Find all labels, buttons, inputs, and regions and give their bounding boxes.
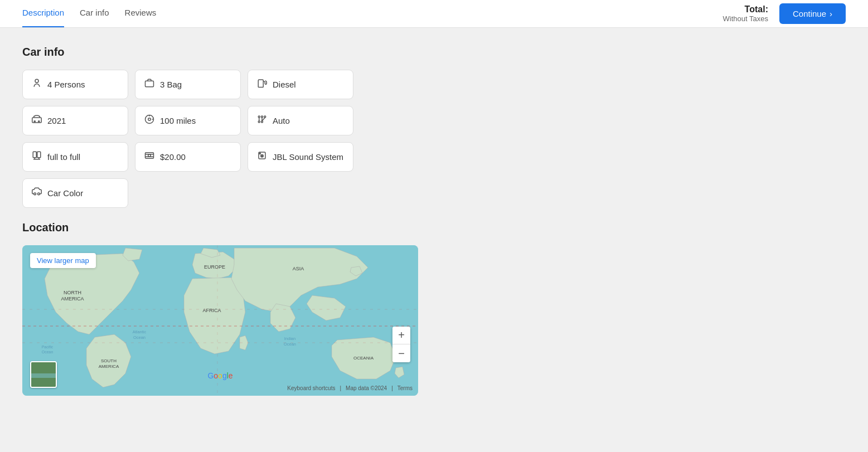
location-section: Location (22, 221, 479, 396)
svg-text:Ocean: Ocean (42, 350, 54, 354)
car-info-title: Car info (22, 46, 479, 59)
bag-icon (144, 78, 154, 91)
price-card: $20.00 (135, 142, 241, 172)
continue-button[interactable]: Continue › (779, 3, 846, 24)
persons-card: 4 Persons (22, 70, 128, 99)
without-taxes-label: Without Taxes (723, 14, 768, 23)
svg-rect-18 (33, 152, 36, 158)
price-icon (144, 150, 154, 163)
price-label: $20.00 (160, 152, 186, 162)
miles-label: 100 miles (160, 116, 196, 125)
svg-point-14 (261, 121, 263, 123)
transmission-label: Auto (273, 116, 290, 125)
svg-rect-54 (31, 373, 57, 378)
miles-icon (144, 114, 154, 127)
svg-text:Pacific: Pacific (42, 345, 54, 349)
svg-text:SOUTH: SOUTH (101, 358, 117, 363)
svg-point-32 (38, 193, 40, 195)
map-thumbnail (30, 361, 57, 388)
svg-rect-1 (146, 81, 154, 87)
tab-reviews[interactable]: Reviews (125, 0, 157, 27)
svg-rect-23 (146, 153, 154, 159)
svg-line-17 (262, 118, 265, 121)
car-info-grid: 4 Persons 3 Bag Diesel (22, 70, 479, 172)
svg-text:ASIA: ASIA (293, 266, 304, 271)
svg-point-0 (35, 79, 38, 82)
map-data-label: Map data ©2024 (346, 385, 387, 391)
car-color-icon (32, 187, 42, 200)
top-bar: Description Car info Reviews Total: With… (0, 0, 868, 28)
svg-point-13 (258, 121, 260, 123)
zoom-out-button[interactable]: − (392, 344, 410, 362)
svg-rect-19 (37, 152, 41, 158)
svg-text:AFRICA: AFRICA (202, 308, 221, 313)
svg-text:NORTH: NORTH (64, 290, 81, 295)
map-container: NORTH AMERICA SOUTH AMERICA EUROPE AFRIC… (22, 245, 418, 396)
svg-point-4 (34, 121, 35, 122)
zoom-in-button[interactable]: + (392, 327, 410, 344)
fuel-card: Diesel (248, 70, 353, 99)
svg-point-12 (264, 116, 266, 118)
chevron-right-icon: › (830, 9, 832, 18)
svg-rect-3 (32, 118, 42, 123)
svg-text:EUROPE: EUROPE (204, 264, 225, 270)
sound-card: JBL Sound System (248, 142, 353, 172)
top-right-actions: Total: Without Taxes Continue › (723, 3, 846, 24)
view-larger-map-button[interactable]: View larger map (30, 253, 96, 268)
svg-text:Indian: Indian (284, 336, 295, 341)
zoom-controls: + − (392, 327, 410, 362)
svg-text:Atlantic: Atlantic (133, 329, 147, 334)
year-label: 2021 (47, 116, 66, 125)
location-title: Location (22, 221, 479, 234)
fuel-label: Diesel (273, 80, 296, 89)
total-label: Total: (723, 4, 768, 14)
terms-label: Terms (397, 385, 413, 391)
tab-bar: Description Car info Reviews (22, 0, 156, 27)
tab-description[interactable]: Description (22, 0, 64, 27)
svg-text:AMERICA: AMERICA (99, 364, 119, 369)
transmission-card: Auto (248, 106, 353, 135)
svg-text:AMERICA: AMERICA (61, 296, 84, 302)
persons-label: 4 Persons (47, 80, 85, 89)
sound-icon (257, 150, 267, 163)
year-card: 2021 (22, 106, 128, 135)
svg-point-5 (38, 121, 40, 122)
year-icon (32, 114, 42, 127)
svg-point-30 (259, 153, 260, 154)
car-color-label: Car Color (47, 188, 83, 198)
google-logo: Google (207, 371, 232, 380)
svg-text:Ocean: Ocean (133, 335, 146, 340)
total-section: Total: Without Taxes (723, 4, 768, 23)
svg-text:OCEANIA: OCEANIA (353, 356, 374, 361)
svg-text:Ocean: Ocean (284, 342, 296, 347)
map-attribution: Keyboard shortcuts | Map data ©2024 | Te… (287, 385, 413, 391)
svg-point-11 (261, 116, 263, 118)
bag-card: 3 Bag (135, 70, 241, 99)
transmission-icon (257, 114, 267, 127)
fuel-icon (257, 78, 267, 91)
tab-car-info[interactable]: Car info (80, 0, 109, 27)
car-color-card: Car Color (22, 178, 128, 208)
svg-point-10 (258, 116, 260, 118)
miles-card: 100 miles (135, 106, 241, 135)
sound-label: JBL Sound System (273, 152, 343, 162)
main-content: Car info 4 Persons 3 Bag (0, 28, 502, 414)
fuel-policy-label: full to full (47, 152, 80, 162)
svg-point-31 (34, 193, 36, 195)
keyboard-shortcuts-label: Keyboard shortcuts (287, 385, 335, 391)
fuel-policy-card: full to full (22, 142, 128, 172)
fuel-policy-icon (32, 150, 42, 163)
svg-point-7 (148, 118, 151, 121)
svg-point-29 (261, 155, 263, 157)
bag-label: 3 Bag (160, 80, 182, 89)
persons-icon (32, 78, 42, 91)
